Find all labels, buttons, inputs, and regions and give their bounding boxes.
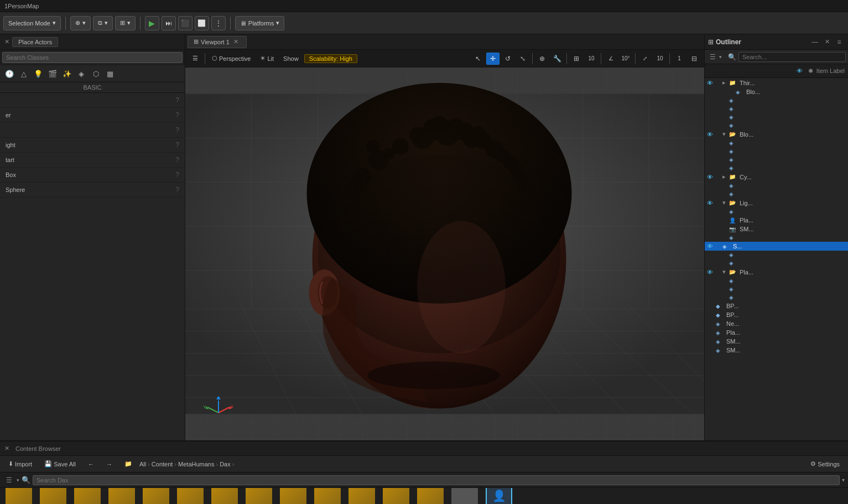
recently-placed-icon[interactable]: 🕐 xyxy=(3,67,15,80)
list-item[interactable]: er ? xyxy=(0,108,185,123)
outliner-filter-button[interactable]: ☰ xyxy=(707,51,718,63)
folder-item[interactable] xyxy=(243,488,274,504)
build-button[interactable]: ⬜ xyxy=(195,16,209,30)
tree-item-m16[interactable]: ◈ xyxy=(705,285,848,293)
left-panel-close-button[interactable]: ✕ xyxy=(2,38,11,46)
viewport-1-tab[interactable]: ⊞ Viewport 1 ✕ xyxy=(188,36,247,48)
tree-item-blo-folder[interactable]: 👁 ▾ 📂 Blo... xyxy=(705,129,848,139)
angle-button[interactable]: ∠ xyxy=(604,53,617,65)
tree-item-m13[interactable]: ◈ xyxy=(705,251,848,259)
angle-value-button[interactable]: 10° xyxy=(619,53,632,65)
breadcrumb-dax[interactable]: Dax xyxy=(220,461,231,467)
tree-item-m1[interactable]: ◈ xyxy=(705,96,848,105)
content-search-input[interactable] xyxy=(33,475,840,485)
screen-ratio-button[interactable]: 1 xyxy=(673,53,686,65)
folder-item[interactable] xyxy=(3,488,34,504)
search-classes-input[interactable] xyxy=(2,52,183,63)
tree-item-sm2[interactable]: ◈ SM... xyxy=(705,346,848,355)
cinema-icon[interactable]: 🎬 xyxy=(46,67,59,80)
outliner-search-input[interactable] xyxy=(738,52,846,62)
scalability-badge[interactable]: Scalability: High xyxy=(304,54,357,63)
geometry-icon[interactable]: ◈ xyxy=(75,67,87,80)
folder-item[interactable] xyxy=(381,488,412,504)
search-dropdown-arrow[interactable]: ▾ xyxy=(842,477,845,483)
tree-item-m5[interactable]: ◈ xyxy=(705,139,848,147)
help-icon-6[interactable]: ? xyxy=(175,171,179,179)
folder-item[interactable] xyxy=(415,488,446,504)
show-button[interactable]: Show xyxy=(279,53,303,65)
list-item[interactable]: Sphere ? xyxy=(0,183,185,198)
folder-item[interactable] xyxy=(175,488,206,504)
tree-item-m10[interactable]: ◈ xyxy=(705,190,848,198)
perspective-button[interactable]: ⬡ Perspective xyxy=(208,53,254,65)
camera-settings-button[interactable]: ⊟ xyxy=(688,53,701,65)
folder-item[interactable] xyxy=(209,488,240,504)
tree-item-bp1[interactable]: ◆ BP... xyxy=(705,302,848,310)
visibility-icon[interactable]: 👁 xyxy=(707,200,716,206)
tree-item-ne[interactable]: ◈ Ne... xyxy=(705,319,848,328)
snapping-button[interactable]: 🔧 xyxy=(550,53,564,65)
breadcrumb-content[interactable]: Content xyxy=(152,461,173,467)
volumes-icon[interactable]: ⬡ xyxy=(90,67,102,80)
tree-item-pla2[interactable]: ◈ Pla... xyxy=(705,328,848,337)
stop-button[interactable]: ⬛ xyxy=(178,16,193,30)
visibility-icon[interactable]: 👁 xyxy=(707,174,716,180)
import-button[interactable]: ⬇ Import xyxy=(3,458,37,470)
skip-forward-button[interactable]: ⏭ xyxy=(162,16,176,30)
tree-item-pla[interactable]: 👁 ▾ 📂 Pla... xyxy=(705,267,848,277)
tree-item-camera[interactable]: 📷 SM... xyxy=(705,225,848,233)
outliner-close-button[interactable]: ✕ xyxy=(823,38,831,46)
tree-item-m9[interactable]: ◈ xyxy=(705,181,848,190)
visibility-icon[interactable]: 👁 xyxy=(707,243,716,250)
help-icon-3[interactable]: ? xyxy=(175,126,179,134)
visual-effects-icon[interactable]: ✨ xyxy=(61,67,73,80)
tree-item-cy[interactable]: 👁 ▸ 📁 Cy... xyxy=(705,172,848,181)
thumbnail-item[interactable] xyxy=(449,488,480,504)
grid-view-button[interactable]: ⊞ xyxy=(570,53,583,65)
back-button[interactable]: ← xyxy=(83,458,99,470)
help-icon-7[interactable]: ? xyxy=(175,186,179,194)
tree-item-m6[interactable]: ◈ xyxy=(705,147,848,155)
shapes-icon[interactable]: △ xyxy=(18,67,30,80)
folder-item[interactable] xyxy=(346,488,377,504)
thumbnail-item-selected[interactable]: 👤 xyxy=(483,488,514,504)
tree-item-m15[interactable]: ◈ xyxy=(705,277,848,285)
forward-button[interactable]: → xyxy=(101,458,117,470)
viewport-menu-button[interactable]: ☰ xyxy=(189,53,202,65)
select-tool-button[interactable]: ↖ xyxy=(471,53,485,65)
all-classes-icon[interactable]: ▦ xyxy=(104,67,116,80)
layout-button[interactable]: ⊞ ▾ xyxy=(115,16,136,30)
help-icon-2[interactable]: ? xyxy=(175,111,179,119)
help-icon-4[interactable]: ? xyxy=(175,141,179,149)
outliner-minimize-button[interactable]: — xyxy=(809,37,820,48)
visibility-icon[interactable]: 👁 xyxy=(707,131,716,138)
lit-button[interactable]: ☀ Lit xyxy=(256,53,278,65)
bottom-panel-tab[interactable]: Content Browser xyxy=(11,445,65,452)
tree-item-blo1[interactable]: ◈ Blo... xyxy=(705,87,848,96)
play-button[interactable]: ▶ xyxy=(145,16,159,30)
scale-tool-button[interactable]: ⤡ xyxy=(516,53,529,65)
folder-item[interactable] xyxy=(38,488,69,504)
folder-item[interactable] xyxy=(106,488,137,504)
list-item[interactable]: ? xyxy=(0,93,185,108)
tree-item-selected[interactable]: 👁 ◈ S... xyxy=(705,242,848,251)
help-icon-5[interactable]: ? xyxy=(175,156,179,164)
tree-item-person[interactable]: 👤 Pla... xyxy=(705,216,848,225)
list-item[interactable]: tart ? xyxy=(0,153,185,168)
folder-item[interactable] xyxy=(72,488,103,504)
breadcrumb-all[interactable]: All xyxy=(139,461,146,467)
bottom-panel-close[interactable]: ✕ xyxy=(2,444,11,453)
duplicate-button[interactable]: ⧉ ▾ xyxy=(93,16,113,30)
folder-item[interactable] xyxy=(312,488,343,504)
tree-item-m4[interactable]: ◈ xyxy=(705,121,848,129)
tree-item-lig[interactable]: 👁 ▾ 📂 Lig... xyxy=(705,198,848,207)
folder-item[interactable] xyxy=(141,488,171,504)
platforms-button[interactable]: 🖥 Platforms ▾ xyxy=(235,16,284,30)
rotate-tool-button[interactable]: ↺ xyxy=(501,53,514,65)
tree-item-m8[interactable]: ◈ xyxy=(705,164,848,172)
grid-value-button[interactable]: 10 xyxy=(585,53,598,65)
world-grid-button[interactable]: ⊕ xyxy=(535,53,549,65)
tree-item-sm1[interactable]: ◈ SM... xyxy=(705,337,848,346)
folder-up-button[interactable]: 📁 xyxy=(119,458,137,470)
tree-item-m12[interactable]: ◈ xyxy=(705,233,848,242)
